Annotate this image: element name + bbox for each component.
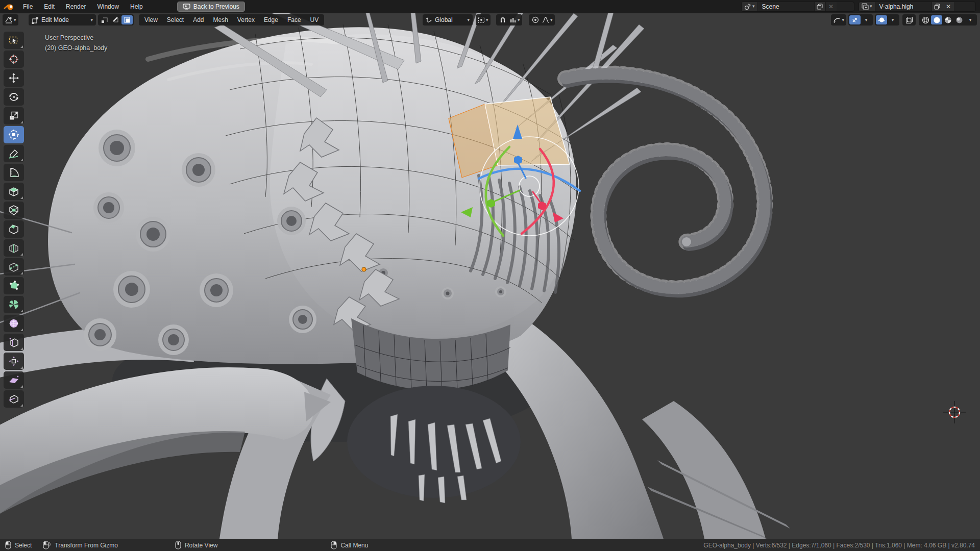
scene-selector[interactable]: ▾ Scene ✕ xyxy=(741,2,854,12)
view-layer-selector[interactable]: ▾ V-alpha.high ✕ xyxy=(859,2,976,12)
view-layer-icon xyxy=(862,3,869,10)
menu-file[interactable]: File xyxy=(17,0,38,13)
viewport-3d-scene[interactable] xyxy=(0,13,980,539)
tool-smooth[interactable] xyxy=(4,315,24,332)
tool-rip-region[interactable] xyxy=(4,390,24,408)
show-gizmo-toggle[interactable] xyxy=(849,15,861,24)
overlays-icon xyxy=(878,16,885,23)
viewport-menu-view[interactable]: View xyxy=(140,14,162,26)
mode-selector[interactable]: Edit Mode ▾ xyxy=(29,14,96,26)
tool-knife[interactable] xyxy=(4,258,24,276)
select-mode-face-button[interactable] xyxy=(121,15,133,24)
tool-loop-cut[interactable] xyxy=(4,239,24,257)
tool-select-box[interactable] xyxy=(4,32,24,49)
select-mode-vertex-button[interactable] xyxy=(99,15,110,24)
back-to-previous-button[interactable]: Back to Previous xyxy=(177,2,245,12)
solid-shading-icon xyxy=(933,16,941,24)
hint-call-menu: Call Menu xyxy=(331,541,368,549)
scene-unlink-button[interactable]: ✕ xyxy=(825,2,837,11)
viewport-menu-select[interactable]: Select xyxy=(162,14,188,26)
chevron-down-icon: ▾ xyxy=(90,18,93,22)
rendered-shading-icon xyxy=(955,16,963,24)
creature-model xyxy=(0,13,790,539)
tool-edge-slide[interactable] xyxy=(4,334,24,351)
3d-cursor-tool-icon xyxy=(8,54,19,65)
active-object-label: (20) GEO-alpha_body xyxy=(45,43,107,53)
magnet-icon xyxy=(499,16,506,23)
shading-mode-buttons: ▾ xyxy=(919,14,977,26)
edge-slide-icon xyxy=(8,337,19,348)
gizmo-options-dropdown[interactable]: ▾ xyxy=(831,14,846,26)
snap-target-selector[interactable]: ▾ xyxy=(508,15,521,24)
xray-toggle[interactable] xyxy=(902,14,916,26)
view-layer-copy-button[interactable] xyxy=(932,2,943,11)
viewport-menu-vertex[interactable]: Vertex xyxy=(233,14,259,26)
tool-shear[interactable] xyxy=(4,371,24,389)
snapping-controls: ▾ xyxy=(496,14,522,26)
pivot-point-selector[interactable]: ▾ xyxy=(476,14,491,26)
xray-icon xyxy=(905,16,913,23)
shading-solid-button[interactable] xyxy=(931,15,942,24)
shading-material-button[interactable] xyxy=(942,15,953,24)
object-origin-dot xyxy=(362,267,366,271)
show-gizmo-dropdown[interactable]: ▾ xyxy=(861,15,872,24)
chevron-down-icon: ▾ xyxy=(892,18,894,22)
view-layer-remove-button[interactable]: ✕ xyxy=(943,2,954,11)
material-preview-shading-icon xyxy=(944,16,952,24)
transform-orientation-selector[interactable]: Global ▾ xyxy=(423,14,473,26)
hint-label: Select xyxy=(15,542,32,549)
proportional-falloff-selector[interactable]: ▾ xyxy=(541,15,554,24)
show-overlays-dropdown[interactable]: ▾ xyxy=(887,15,898,24)
tool-move[interactable] xyxy=(4,69,24,87)
menu-help[interactable]: Help xyxy=(125,0,149,13)
tool-annotate[interactable] xyxy=(4,145,24,162)
blender-logo[interactable] xyxy=(0,3,17,11)
editor-3d-viewport-icon xyxy=(5,16,13,24)
edge-select-icon xyxy=(112,16,119,23)
screen-back-icon xyxy=(183,4,190,10)
viewport-menu-add[interactable]: Add xyxy=(188,14,208,26)
editor-type-selector[interactable]: ▾ xyxy=(3,14,18,26)
spin-icon xyxy=(8,299,19,310)
viewport-menu-edge[interactable]: Edge xyxy=(259,14,283,26)
tool-bevel[interactable] xyxy=(4,220,24,238)
show-overlays-toggle[interactable] xyxy=(876,15,887,24)
status-bar: Select Transform From Gizmo Rotate View … xyxy=(0,539,980,551)
proportional-edit-toggle[interactable] xyxy=(530,15,541,24)
proportional-edit-icon xyxy=(532,16,539,23)
tool-measure[interactable] xyxy=(4,164,24,181)
snap-toggle-button[interactable] xyxy=(497,15,508,24)
mouse-middle-icon xyxy=(175,541,181,549)
chevron-down-icon: ▾ xyxy=(467,18,470,22)
proportional-edit-controls: ▾ xyxy=(529,14,555,26)
shading-wireframe-button[interactable] xyxy=(920,15,931,24)
shading-rendered-button[interactable] xyxy=(953,15,965,24)
shading-options-dropdown[interactable]: ▾ xyxy=(965,15,976,24)
menu-render[interactable]: Render xyxy=(60,0,91,13)
scene-statistics: GEO-alpha_body | Verts:6/532 | Edges:7/1… xyxy=(703,542,975,549)
menu-window[interactable]: Window xyxy=(91,0,125,13)
wireframe-shading-icon xyxy=(922,16,929,24)
face-select-icon xyxy=(124,16,131,23)
tool-inset-faces[interactable] xyxy=(4,202,24,219)
tool-shrink-fatten[interactable] xyxy=(4,353,24,370)
tool-poly-build[interactable] xyxy=(4,277,24,294)
menu-edit[interactable]: Edit xyxy=(38,0,60,13)
tool-spin[interactable] xyxy=(4,296,24,313)
viewport-menu-mesh[interactable]: Mesh xyxy=(209,14,233,26)
3d-viewport[interactable]: ▾ Edit Mode ▾ xyxy=(0,13,980,539)
viewport-menu-face[interactable]: Face xyxy=(283,14,306,26)
chevron-down-icon: ▾ xyxy=(518,18,520,22)
tool-transform[interactable] xyxy=(4,126,24,143)
select-mode-edge-button[interactable] xyxy=(110,15,121,24)
viewport-menu-uv[interactable]: UV xyxy=(306,14,324,26)
back-to-previous-label: Back to Previous xyxy=(193,3,239,10)
viewport-info-overlay: User Perspective (20) GEO-alpha_body xyxy=(45,33,107,53)
mouse-left-drag-icon xyxy=(43,541,51,549)
hint-label: Rotate View xyxy=(185,542,217,549)
tool-scale[interactable] xyxy=(4,107,24,124)
scene-new-copy-button[interactable] xyxy=(814,2,825,11)
tool-extrude-region[interactable] xyxy=(4,183,24,200)
tool-cursor[interactable] xyxy=(4,51,24,68)
tool-rotate[interactable] xyxy=(4,88,24,106)
